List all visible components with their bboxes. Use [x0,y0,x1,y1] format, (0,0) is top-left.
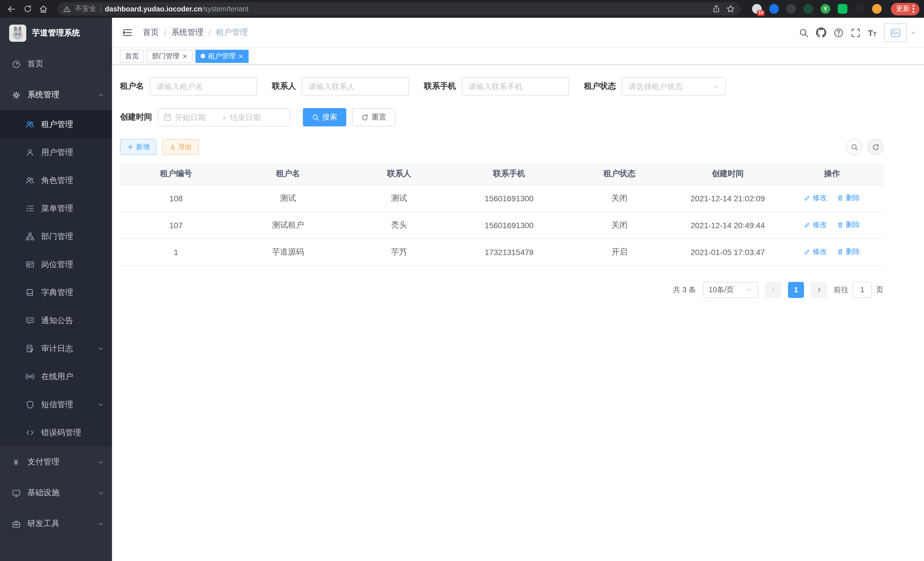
sidebar-item-tenant[interactable]: 租户管理 [0,110,112,138]
tab-close-icon[interactable] [238,53,243,59]
url-path: /system/tenant [202,5,249,13]
browser-menu-icon[interactable] [913,5,914,13]
status-select[interactable] [622,77,726,96]
share-icon[interactable] [712,5,721,13]
delete-link[interactable]: 删除 [837,220,860,230]
page-number-1[interactable]: 1 [788,282,804,298]
sidebar-item-post[interactable]: 岗位管理 [0,250,112,278]
sidebar-item-payment[interactable]: ¥ 支付管理 [0,447,112,478]
app-navbar: 首页 / 系统管理 / 租户管理 [112,18,924,48]
sidebar-item-dept[interactable]: 部门管理 [0,223,112,250]
edit-link[interactable]: 修改 [804,247,827,257]
sidebar-item-system[interactable]: 系统管理 [0,80,112,110]
back-icon[interactable] [4,2,18,16]
caret-down-icon [910,30,916,35]
github-icon[interactable] [816,27,826,38]
col-phone: 联系手机 [454,163,564,185]
chevron-down-icon [98,345,104,352]
sidebar-item-error-code[interactable]: 错误码管理 [0,419,112,447]
chrome-update-button[interactable]: 更新 [891,3,920,15]
tags-view-bar: 首页 部门管理 租户管理 [112,48,924,65]
extension-icon[interactable] [838,4,848,14]
message-icon [25,316,34,325]
total-count: 共 3 条 [673,284,696,295]
breadcrumb-home[interactable]: 首页 [143,27,159,38]
sidebar-item-menu[interactable]: 菜单管理 [0,194,112,223]
tenant-name-input[interactable] [150,77,257,96]
tab-dept[interactable]: 部门管理 [147,50,193,63]
sidebar-item-audit-log[interactable]: 审计日志 [0,335,112,362]
chevron-down-icon [98,459,104,465]
phone-field[interactable] [469,82,562,91]
reset-button[interactable]: 重置 [352,108,395,126]
search-icon[interactable] [799,28,808,38]
phone-label: 联系手机 [424,81,456,92]
table-row: 108 测试 测试 15601691300 关闭 2021-12-14 21:0… [120,185,884,212]
bookmark-star-icon[interactable] [726,5,735,13]
refresh-button[interactable] [867,139,884,155]
home-icon[interactable] [37,2,50,16]
sidebar-item-notice[interactable]: 通知公告 [0,307,112,335]
edit-link[interactable]: 修改 [804,193,827,203]
tab-home[interactable]: 首页 [120,50,144,63]
browser-toolbar: 不安全 dashboard.yudao.iocoder.cn/system/te… [0,0,924,18]
search-button[interactable]: 搜索 [303,108,346,126]
sidebar-item-dict[interactable]: 字典管理 [0,278,112,307]
goto-page-input[interactable] [853,282,872,298]
contact-field[interactable] [309,82,402,91]
extension-icon[interactable] [855,4,865,14]
date-range-picker[interactable]: - [158,108,290,126]
contact-input[interactable] [302,77,409,96]
hide-search-toggle-button[interactable] [846,139,862,155]
status-text: 开启 [564,238,675,265]
chevron-down-icon [746,287,753,293]
tenant-name-field[interactable] [157,82,250,91]
tenant-users-icon [25,120,34,129]
sidebar-item-infrastructure[interactable]: 基础设施 [0,478,112,508]
date-start-field[interactable] [175,113,218,122]
calendar-icon [164,113,171,121]
edit-link[interactable]: 修改 [804,220,827,230]
sidebar-item-dev-tools[interactable]: 研发工具 [0,508,112,539]
logo[interactable]: 芋道管理系统 [0,18,112,49]
contact-label: 联系人 [272,81,296,92]
user-menu[interactable] [884,23,916,42]
chevron-down-icon [98,521,104,527]
sidebar-item-sms[interactable]: 短信管理 [0,391,112,419]
phone-input[interactable] [462,77,569,96]
extension-icon[interactable] [769,4,779,14]
extension-icon[interactable] [786,4,796,14]
address-bar[interactable]: 不安全 dashboard.yudao.iocoder.cn/system/te… [57,2,741,15]
delete-link[interactable]: 删除 [837,193,860,203]
add-button[interactable]: 新增 [120,139,157,155]
fullscreen-icon[interactable] [850,28,860,38]
extension-icon[interactable]: Y [820,4,830,14]
page-size-select[interactable]: 10条/页 [703,282,758,298]
page-unit-label: 页 [876,284,884,295]
goto-label: 前往 [834,284,849,295]
font-size-icon[interactable]: TT [868,28,877,38]
sidebar-item-home[interactable]: 首页 [0,49,112,80]
shield-icon [25,400,34,409]
extension-icon[interactable] [872,4,882,14]
tab-tenant[interactable]: 租户管理 [195,50,249,63]
next-page-button[interactable] [811,282,827,298]
extension-icon[interactable]: 10 [752,4,762,14]
date-end-field[interactable] [230,113,273,122]
help-icon[interactable] [833,28,843,38]
sidebar-item-online-users[interactable]: 在线用户 [0,362,112,391]
app-title: 芋道管理系统 [32,28,80,38]
security-label[interactable]: 不安全 [75,4,96,14]
tab-close-icon[interactable] [182,53,188,59]
sidebar-item-user[interactable]: 用户管理 [0,138,112,166]
sidebar-toggle-icon[interactable] [120,25,135,40]
prev-page-button[interactable] [765,282,781,298]
sidebar-item-role[interactable]: 角色管理 [0,166,112,194]
reload-icon[interactable] [21,2,34,16]
url-text[interactable]: dashboard.yudao.iocoder.cn/system/tenant [105,5,708,13]
export-button[interactable]: 导出 [162,139,199,155]
extension-icon[interactable] [803,4,813,14]
status-select-field[interactable] [628,82,710,91]
delete-link[interactable]: 删除 [837,247,860,257]
breadcrumb-system[interactable]: 系统管理 [171,27,203,38]
